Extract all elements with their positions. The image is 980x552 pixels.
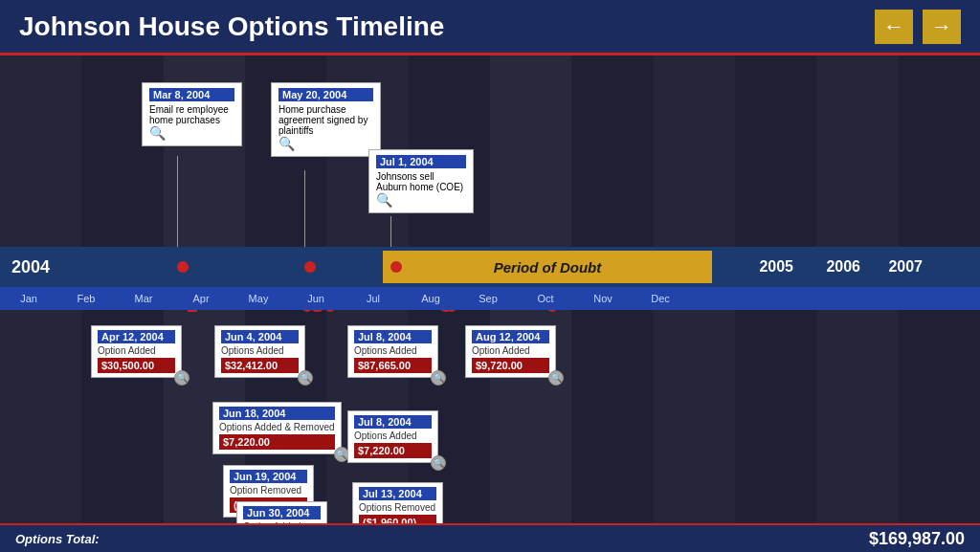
event-desc: Email re employee home purchases [149, 104, 229, 125]
event-date: Apr 12, 2004 [98, 330, 175, 343]
event-desc: Johnsons sell Auburn home (COE) [376, 171, 463, 192]
doc-icon[interactable]: 🔍 [174, 370, 189, 386]
event-amount: $7,220.00 [354, 443, 432, 458]
nav-arrows: ← → [875, 10, 961, 44]
event-amount: $30,500.00 [98, 358, 175, 373]
event-card-jul8a: Jul 8, 2004 Options Added $87,665.00 🔍 [347, 325, 438, 378]
event-date: Jul 8, 2004 [354, 415, 432, 429]
event-date: Jul 8, 2004 [354, 330, 432, 343]
timeline-dot-may [304, 261, 316, 273]
top-event-may20: May 20, 2004 Home purchase agreement sig… [271, 82, 381, 157]
footer: Options Total: $169,987.00 [0, 523, 980, 552]
month-aug: Aug [402, 293, 459, 304]
timeline-dot-jul1 [390, 261, 402, 273]
event-date: Mar 8, 2004 [149, 88, 234, 101]
doc-icon[interactable]: 🔍 [278, 136, 295, 151]
event-type: Options Added [221, 345, 299, 356]
event-date: Jun 19, 2004 [230, 470, 307, 483]
footer-label: Options Total: [15, 532, 100, 546]
year-2004: 2004 [0, 257, 61, 277]
month-mar: Mar [115, 293, 172, 304]
event-card-aug12: Aug 12, 2004 Option Added $9,720.00 🔍 [465, 325, 556, 378]
month-feb: Feb [57, 293, 115, 304]
page-title: Johnson House Options Timeline [19, 11, 444, 42]
timeline-dot-mar [177, 261, 189, 273]
month-apr: Apr [172, 293, 230, 304]
event-type: Option Removed [230, 485, 307, 496]
event-type: Options Added [354, 431, 432, 441]
event-card-jul8b: Jul 8, 2004 Options Added $7,220.00 🔍 [347, 410, 438, 463]
event-date: Jul 13, 2004 [359, 487, 436, 500]
month-jul: Jul [345, 293, 402, 304]
top-event-jul1: Jul 1, 2004 Johnsons sell Auburn home (C… [368, 149, 474, 213]
top-event-mar8: Mar 8, 2004 Email re employee home purch… [142, 82, 242, 146]
doc-icon[interactable]: 🔍 [376, 192, 392, 208]
event-card-apr12: Apr 12, 2004 Option Added $30,500.00 🔍 [91, 325, 182, 378]
event-desc: Home purchase agreement signed by plaint… [278, 104, 368, 136]
event-date: Aug 12, 2004 [472, 330, 549, 343]
event-amount: $87,665.00 [354, 358, 432, 373]
month-may: May [230, 293, 287, 304]
event-amount: $32,412.00 [221, 358, 299, 373]
month-oct: Oct [517, 293, 574, 304]
event-amount: $7,220.00 [219, 434, 335, 450]
event-date: Jun 4, 2004 [221, 330, 299, 343]
header: Johnson House Options Timeline ← → [0, 0, 980, 55]
event-type: Options Added & Removed [219, 422, 335, 432]
event-date: Jul 1, 2004 [376, 155, 466, 168]
event-card-jun4: Jun 4, 2004 Options Added $32,412.00 🔍 [214, 325, 305, 378]
event-amount: $9,720.00 [472, 358, 549, 373]
event-date: Jun 30, 2004 [243, 506, 321, 519]
month-jan: Jan [0, 293, 57, 304]
month-jun: Jun [287, 293, 345, 304]
footer-total: $169,987.00 [869, 529, 965, 549]
doc-icon[interactable]: 🔍 [431, 455, 446, 471]
period-of-doubt: Period of Doubt [383, 251, 712, 283]
doc-icon[interactable]: 🔍 [298, 370, 313, 386]
year-2006: 2006 [826, 258, 860, 276]
event-date: Jun 18, 2004 [219, 407, 335, 420]
event-type: Option Added [98, 345, 175, 356]
month-nov: Nov [574, 293, 632, 304]
event-card-jun18: Jun 18, 2004 Options Added & Removed $7,… [212, 402, 342, 454]
event-type: Option Added [472, 345, 549, 356]
month-dec: Dec [632, 293, 689, 304]
nav-forward-button[interactable]: → [923, 10, 961, 44]
event-date: May 20, 2004 [278, 88, 373, 101]
doc-icon[interactable]: 🔍 [431, 370, 446, 386]
doc-icon[interactable]: 🔍 [149, 125, 166, 141]
event-type: Options Added [354, 345, 432, 356]
doc-icon[interactable]: 🔍 [548, 370, 564, 386]
year-2007: 2007 [888, 258, 923, 276]
nav-back-button[interactable]: ← [875, 10, 913, 44]
event-type: Options Removed [359, 502, 436, 513]
year-2005: 2005 [759, 258, 793, 276]
month-sep: Sep [459, 293, 517, 304]
